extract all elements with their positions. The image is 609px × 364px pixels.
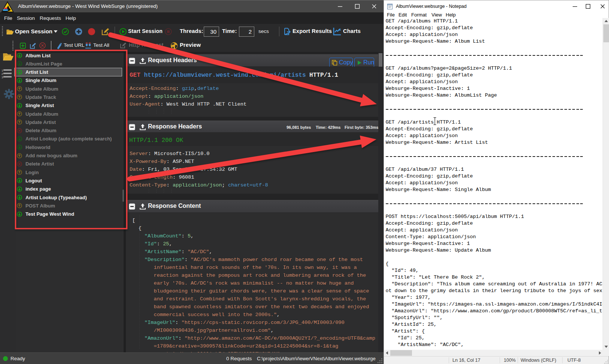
svg-text:2: 2	[1, 72, 3, 76]
svg-text:1: 1	[1, 69, 3, 72]
svg-text:3: 3	[1, 76, 3, 79]
